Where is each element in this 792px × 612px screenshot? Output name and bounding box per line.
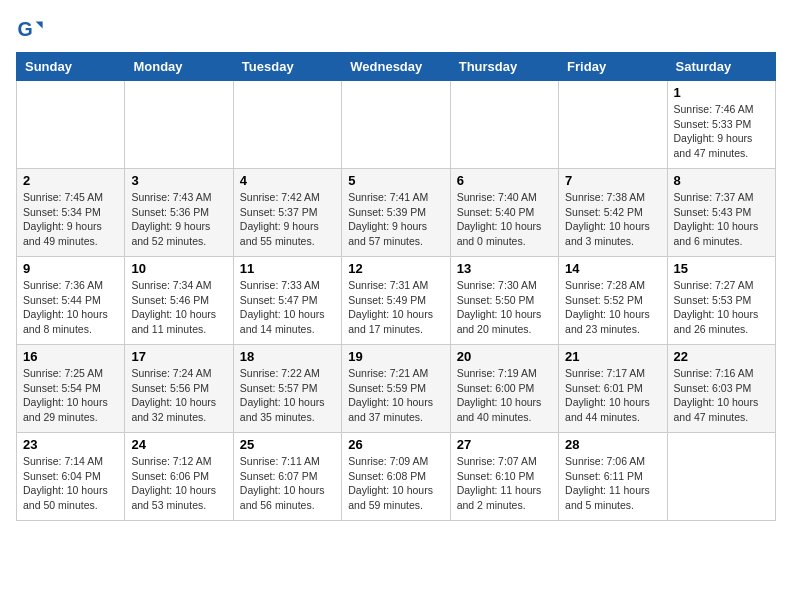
calendar-week-row: 9Sunrise: 7:36 AM Sunset: 5:44 PM Daylig… bbox=[17, 257, 776, 345]
day-number: 28 bbox=[565, 437, 660, 452]
day-number: 22 bbox=[674, 349, 769, 364]
day-info: Sunrise: 7:37 AM Sunset: 5:43 PM Dayligh… bbox=[674, 190, 769, 249]
day-info: Sunrise: 7:27 AM Sunset: 5:53 PM Dayligh… bbox=[674, 278, 769, 337]
day-info: Sunrise: 7:12 AM Sunset: 6:06 PM Dayligh… bbox=[131, 454, 226, 513]
page-header: G Blue bbox=[16, 16, 776, 44]
logo-icon: G bbox=[16, 16, 44, 44]
day-info: Sunrise: 7:21 AM Sunset: 5:59 PM Dayligh… bbox=[348, 366, 443, 425]
calendar-cell: 26Sunrise: 7:09 AM Sunset: 6:08 PM Dayli… bbox=[342, 433, 450, 521]
calendar-cell bbox=[450, 81, 558, 169]
day-number: 9 bbox=[23, 261, 118, 276]
day-info: Sunrise: 7:41 AM Sunset: 5:39 PM Dayligh… bbox=[348, 190, 443, 249]
calendar-cell bbox=[125, 81, 233, 169]
calendar-cell: 21Sunrise: 7:17 AM Sunset: 6:01 PM Dayli… bbox=[559, 345, 667, 433]
calendar-cell: 13Sunrise: 7:30 AM Sunset: 5:50 PM Dayli… bbox=[450, 257, 558, 345]
day-info: Sunrise: 7:43 AM Sunset: 5:36 PM Dayligh… bbox=[131, 190, 226, 249]
day-info: Sunrise: 7:30 AM Sunset: 5:50 PM Dayligh… bbox=[457, 278, 552, 337]
calendar-cell: 25Sunrise: 7:11 AM Sunset: 6:07 PM Dayli… bbox=[233, 433, 341, 521]
calendar-cell: 14Sunrise: 7:28 AM Sunset: 5:52 PM Dayli… bbox=[559, 257, 667, 345]
day-number: 23 bbox=[23, 437, 118, 452]
day-info: Sunrise: 7:14 AM Sunset: 6:04 PM Dayligh… bbox=[23, 454, 118, 513]
day-info: Sunrise: 7:46 AM Sunset: 5:33 PM Dayligh… bbox=[674, 102, 769, 161]
day-info: Sunrise: 7:42 AM Sunset: 5:37 PM Dayligh… bbox=[240, 190, 335, 249]
day-info: Sunrise: 7:11 AM Sunset: 6:07 PM Dayligh… bbox=[240, 454, 335, 513]
calendar-cell: 16Sunrise: 7:25 AM Sunset: 5:54 PM Dayli… bbox=[17, 345, 125, 433]
weekday-header-row: SundayMondayTuesdayWednesdayThursdayFrid… bbox=[17, 53, 776, 81]
day-number: 16 bbox=[23, 349, 118, 364]
logo: G Blue bbox=[16, 16, 46, 44]
day-info: Sunrise: 7:28 AM Sunset: 5:52 PM Dayligh… bbox=[565, 278, 660, 337]
calendar-cell: 19Sunrise: 7:21 AM Sunset: 5:59 PM Dayli… bbox=[342, 345, 450, 433]
day-number: 27 bbox=[457, 437, 552, 452]
day-info: Sunrise: 7:09 AM Sunset: 6:08 PM Dayligh… bbox=[348, 454, 443, 513]
calendar-cell bbox=[559, 81, 667, 169]
calendar-cell: 4Sunrise: 7:42 AM Sunset: 5:37 PM Daylig… bbox=[233, 169, 341, 257]
weekday-header-sunday: Sunday bbox=[17, 53, 125, 81]
weekday-header-thursday: Thursday bbox=[450, 53, 558, 81]
weekday-header-saturday: Saturday bbox=[667, 53, 775, 81]
day-number: 17 bbox=[131, 349, 226, 364]
day-number: 4 bbox=[240, 173, 335, 188]
day-number: 25 bbox=[240, 437, 335, 452]
calendar-cell: 17Sunrise: 7:24 AM Sunset: 5:56 PM Dayli… bbox=[125, 345, 233, 433]
calendar-week-row: 23Sunrise: 7:14 AM Sunset: 6:04 PM Dayli… bbox=[17, 433, 776, 521]
day-number: 10 bbox=[131, 261, 226, 276]
day-number: 2 bbox=[23, 173, 118, 188]
calendar-table: SundayMondayTuesdayWednesdayThursdayFrid… bbox=[16, 52, 776, 521]
day-info: Sunrise: 7:24 AM Sunset: 5:56 PM Dayligh… bbox=[131, 366, 226, 425]
day-info: Sunrise: 7:19 AM Sunset: 6:00 PM Dayligh… bbox=[457, 366, 552, 425]
calendar-cell: 9Sunrise: 7:36 AM Sunset: 5:44 PM Daylig… bbox=[17, 257, 125, 345]
day-number: 26 bbox=[348, 437, 443, 452]
calendar-cell bbox=[17, 81, 125, 169]
svg-text:G: G bbox=[17, 18, 32, 40]
day-number: 18 bbox=[240, 349, 335, 364]
day-info: Sunrise: 7:38 AM Sunset: 5:42 PM Dayligh… bbox=[565, 190, 660, 249]
calendar-cell: 20Sunrise: 7:19 AM Sunset: 6:00 PM Dayli… bbox=[450, 345, 558, 433]
weekday-header-monday: Monday bbox=[125, 53, 233, 81]
calendar-cell bbox=[667, 433, 775, 521]
day-number: 12 bbox=[348, 261, 443, 276]
day-number: 14 bbox=[565, 261, 660, 276]
calendar-cell: 22Sunrise: 7:16 AM Sunset: 6:03 PM Dayli… bbox=[667, 345, 775, 433]
day-info: Sunrise: 7:22 AM Sunset: 5:57 PM Dayligh… bbox=[240, 366, 335, 425]
day-number: 8 bbox=[674, 173, 769, 188]
calendar-cell: 27Sunrise: 7:07 AM Sunset: 6:10 PM Dayli… bbox=[450, 433, 558, 521]
calendar-cell: 2Sunrise: 7:45 AM Sunset: 5:34 PM Daylig… bbox=[17, 169, 125, 257]
calendar-cell: 18Sunrise: 7:22 AM Sunset: 5:57 PM Dayli… bbox=[233, 345, 341, 433]
calendar-cell: 23Sunrise: 7:14 AM Sunset: 6:04 PM Dayli… bbox=[17, 433, 125, 521]
weekday-header-tuesday: Tuesday bbox=[233, 53, 341, 81]
calendar-cell bbox=[233, 81, 341, 169]
calendar-cell: 15Sunrise: 7:27 AM Sunset: 5:53 PM Dayli… bbox=[667, 257, 775, 345]
weekday-header-friday: Friday bbox=[559, 53, 667, 81]
day-info: Sunrise: 7:40 AM Sunset: 5:40 PM Dayligh… bbox=[457, 190, 552, 249]
day-info: Sunrise: 7:25 AM Sunset: 5:54 PM Dayligh… bbox=[23, 366, 118, 425]
calendar-cell: 24Sunrise: 7:12 AM Sunset: 6:06 PM Dayli… bbox=[125, 433, 233, 521]
day-info: Sunrise: 7:17 AM Sunset: 6:01 PM Dayligh… bbox=[565, 366, 660, 425]
calendar-cell bbox=[342, 81, 450, 169]
day-number: 21 bbox=[565, 349, 660, 364]
day-number: 24 bbox=[131, 437, 226, 452]
day-info: Sunrise: 7:07 AM Sunset: 6:10 PM Dayligh… bbox=[457, 454, 552, 513]
calendar-week-row: 1Sunrise: 7:46 AM Sunset: 5:33 PM Daylig… bbox=[17, 81, 776, 169]
day-number: 6 bbox=[457, 173, 552, 188]
day-info: Sunrise: 7:16 AM Sunset: 6:03 PM Dayligh… bbox=[674, 366, 769, 425]
calendar-cell: 8Sunrise: 7:37 AM Sunset: 5:43 PM Daylig… bbox=[667, 169, 775, 257]
day-number: 15 bbox=[674, 261, 769, 276]
day-number: 20 bbox=[457, 349, 552, 364]
day-number: 3 bbox=[131, 173, 226, 188]
day-info: Sunrise: 7:06 AM Sunset: 6:11 PM Dayligh… bbox=[565, 454, 660, 513]
calendar-cell: 5Sunrise: 7:41 AM Sunset: 5:39 PM Daylig… bbox=[342, 169, 450, 257]
calendar-cell: 28Sunrise: 7:06 AM Sunset: 6:11 PM Dayli… bbox=[559, 433, 667, 521]
calendar-cell: 6Sunrise: 7:40 AM Sunset: 5:40 PM Daylig… bbox=[450, 169, 558, 257]
calendar-cell: 10Sunrise: 7:34 AM Sunset: 5:46 PM Dayli… bbox=[125, 257, 233, 345]
day-info: Sunrise: 7:45 AM Sunset: 5:34 PM Dayligh… bbox=[23, 190, 118, 249]
day-number: 13 bbox=[457, 261, 552, 276]
day-number: 5 bbox=[348, 173, 443, 188]
weekday-header-wednesday: Wednesday bbox=[342, 53, 450, 81]
calendar-cell: 7Sunrise: 7:38 AM Sunset: 5:42 PM Daylig… bbox=[559, 169, 667, 257]
calendar-week-row: 2Sunrise: 7:45 AM Sunset: 5:34 PM Daylig… bbox=[17, 169, 776, 257]
calendar-cell: 3Sunrise: 7:43 AM Sunset: 5:36 PM Daylig… bbox=[125, 169, 233, 257]
day-number: 1 bbox=[674, 85, 769, 100]
day-info: Sunrise: 7:34 AM Sunset: 5:46 PM Dayligh… bbox=[131, 278, 226, 337]
svg-marker-1 bbox=[36, 22, 43, 29]
